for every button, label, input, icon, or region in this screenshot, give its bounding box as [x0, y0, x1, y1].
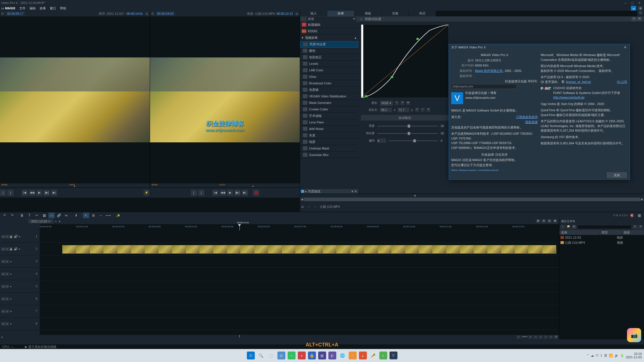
solo-icon[interactable]: S: [5, 272, 9, 276]
prev-frame-button[interactable]: ◀◀: [29, 190, 35, 196]
menu-window[interactable]: 窗口: [49, 6, 57, 10]
preview-ruler[interactable]: 00:00 ▼ 12:12: [150, 183, 300, 187]
track-header-2[interactable]: MS🔒🔊+2: [0, 243, 40, 255]
zoom-in-icon[interactable]: +: [529, 335, 532, 339]
widgets-icon[interactable]: ▣: [277, 352, 285, 359]
fx-distortion[interactable]: 失真: [300, 132, 358, 139]
fx-vegas-stabilization[interactable]: VEGAS Video Stabilization: [300, 93, 358, 100]
fx-lab-color[interactable]: LAB Color: [300, 67, 358, 74]
view-mode-1-icon[interactable]: ▦: [536, 219, 540, 223]
compare-icon[interactable]: ⇄: [637, 17, 642, 21]
track-header-5[interactable]: MS+5: [0, 280, 40, 293]
forward-icon[interactable]: →: [314, 205, 318, 209]
mute-button[interactable]: 🔇: [629, 213, 635, 218]
fx-item-title[interactable]: T标题编辑: [300, 22, 358, 28]
fx-add-noise[interactable]: Add Noise: [300, 126, 358, 132]
stretch-tool[interactable]: ⟷: [105, 213, 111, 218]
tray-bluetooth-icon[interactable]: ᛒ: [600, 354, 602, 357]
goto-start-button[interactable]: |◀: [22, 190, 28, 196]
fx-brightness-contrast[interactable]: 亮度/对比度: [300, 41, 358, 48]
redo-button[interactable]: ↷: [9, 213, 15, 218]
fx-enable-checkbox[interactable]: [301, 190, 304, 193]
tab-import[interactable]: 输入: [300, 11, 327, 16]
col-name[interactable]: 名称: [559, 230, 600, 235]
track-row-4[interactable]: [40, 268, 559, 280]
mark-in-button[interactable]: [: [0, 190, 6, 196]
auto-exposure-button[interactable]: 自动曝光: [361, 115, 449, 121]
track-header-4[interactable]: MS+4: [0, 268, 40, 280]
mute-icon[interactable]: M: [1, 285, 5, 288]
fx-item-timecode[interactable]: 00:0时间码: [300, 28, 358, 35]
point-x-input[interactable]: 90.1: [380, 108, 391, 112]
instagram-sticker[interactable]: 📷: [627, 328, 641, 342]
gamma-slider[interactable]: [389, 140, 438, 141]
mute-icon[interactable]: M: [1, 322, 5, 325]
tray-cloud-icon[interactable]: ☁: [591, 354, 594, 357]
goto-end-button[interactable]: ▶|: [51, 190, 57, 196]
track-header-3[interactable]: MS+3: [0, 255, 40, 268]
mark-in-button[interactable]: [: [191, 190, 197, 196]
video-clip[interactable]: 公园 (13).MP4 亮度曲线: [62, 245, 556, 254]
timecode-in[interactable]: 00:00:05:17: [6, 12, 25, 16]
menu-edit[interactable]: 编辑: [29, 6, 36, 10]
next-icon[interactable]: ▸▸: [406, 101, 410, 105]
solo-icon[interactable]: S: [5, 285, 9, 288]
tab-effects[interactable]: 效果: [327, 11, 354, 16]
view-mode-3-icon[interactable]: ▥: [547, 219, 552, 223]
play-button[interactable]: ▶: [227, 190, 233, 196]
back-icon[interactable]: «: [360, 17, 362, 21]
minimize-button[interactable]: —: [624, 1, 627, 5]
tray-battery-icon[interactable]: 🔋: [620, 354, 624, 357]
fx-mask-generator[interactable]: Mask Generator: [300, 100, 358, 106]
slip-tool[interactable]: ↔: [98, 213, 104, 218]
zoom-fit-v-icon[interactable]: ↕: [539, 335, 543, 339]
mute-icon[interactable]: M: [1, 235, 5, 238]
mute-icon[interactable]: M: [1, 260, 5, 263]
tray-volume-icon[interactable]: 🔊: [615, 354, 619, 357]
app-icon[interactable]: ▲: [359, 352, 367, 359]
zoom-all-icon[interactable]: ⊡: [554, 335, 558, 339]
fx-chroma-key[interactable]: 色度键: [300, 87, 358, 93]
track-header-6[interactable]: MS+6: [0, 293, 40, 305]
plus-icon[interactable]: +: [10, 322, 12, 325]
delete-point-icon[interactable]: ✕: [415, 108, 419, 112]
plus-icon[interactable]: +: [19, 235, 20, 238]
undock-icon[interactable]: ◱: [295, 12, 299, 15]
curve-editor[interactable]: [361, 24, 449, 98]
dropdown-icon[interactable]: ▾: [352, 190, 353, 193]
zoom-out-icon[interactable]: −: [517, 335, 521, 339]
preview-ruler[interactable]: 00:00 ▼ 14:01: [0, 183, 150, 187]
undo-button[interactable]: ↶: [2, 213, 8, 218]
browser-item[interactable]: 公园 (13).MP4视频: [559, 240, 644, 245]
fx-unsharp-mask[interactable]: Unsharp Mask: [300, 145, 358, 152]
solo-icon[interactable]: S: [5, 247, 9, 251]
cloud-icon[interactable]: ☁: [631, 6, 636, 10]
play-range-button[interactable]: [▶]: [44, 190, 50, 196]
browser-item[interactable]: 2021-12-03电影: [559, 235, 644, 240]
link-button[interactable]: 🔗: [56, 213, 62, 218]
scrollbar[interactable]: [304, 198, 640, 202]
track-header-7[interactable]: MS+7: [0, 305, 40, 318]
fx-sharpness[interactable]: 锐度: [300, 139, 358, 145]
track-row-1[interactable]: [40, 230, 559, 243]
app-icon[interactable]: ●: [349, 352, 357, 359]
track-row-3[interactable]: [40, 255, 559, 268]
add-track-button[interactable]: +: [1, 335, 3, 339]
channel-combo[interactable]: RGB▾: [380, 101, 393, 106]
fx-broadcast-color[interactable]: Broadcast Color: [300, 80, 358, 87]
dropdown-icon[interactable]: ▾: [632, 17, 636, 21]
maximize-button[interactable]: ▢: [631, 1, 634, 5]
remove-point-icon[interactable]: ✕: [426, 108, 430, 112]
grid-view-button[interactable]: ▦: [636, 213, 642, 218]
pointer-tool[interactable]: ↖: [83, 213, 89, 218]
delete-button[interactable]: 🗑: [19, 213, 25, 218]
start-button[interactable]: ⊞: [247, 352, 255, 359]
brightness-slider[interactable]: [377, 126, 438, 127]
record-button[interactable]: [253, 190, 259, 196]
video-pro-x-icon[interactable]: V: [390, 352, 397, 359]
mute-icon[interactable]: M: [1, 297, 5, 301]
qt-company-link[interactable]: Qt 公司: [617, 80, 627, 84]
tab-templates[interactable]: 模板: [354, 11, 381, 16]
mark-out-button[interactable]: ]: [198, 190, 204, 196]
up-icon[interactable]: ↑: [560, 225, 565, 229]
